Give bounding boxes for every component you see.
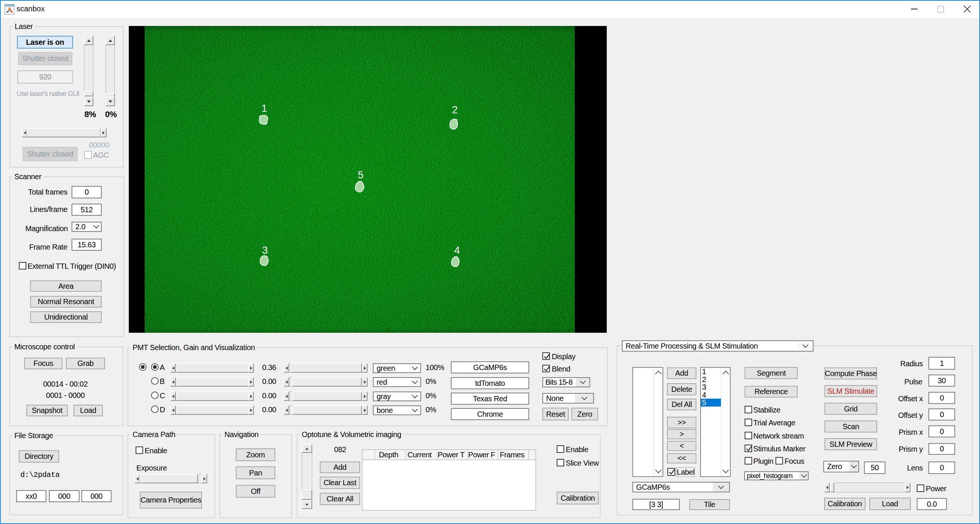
svg-text:1: 1	[261, 103, 267, 114]
svg-text:4: 4	[454, 245, 460, 256]
svg-text:5: 5	[358, 169, 363, 181]
svg-text:2: 2	[452, 104, 458, 116]
svg-text:3: 3	[262, 245, 268, 256]
